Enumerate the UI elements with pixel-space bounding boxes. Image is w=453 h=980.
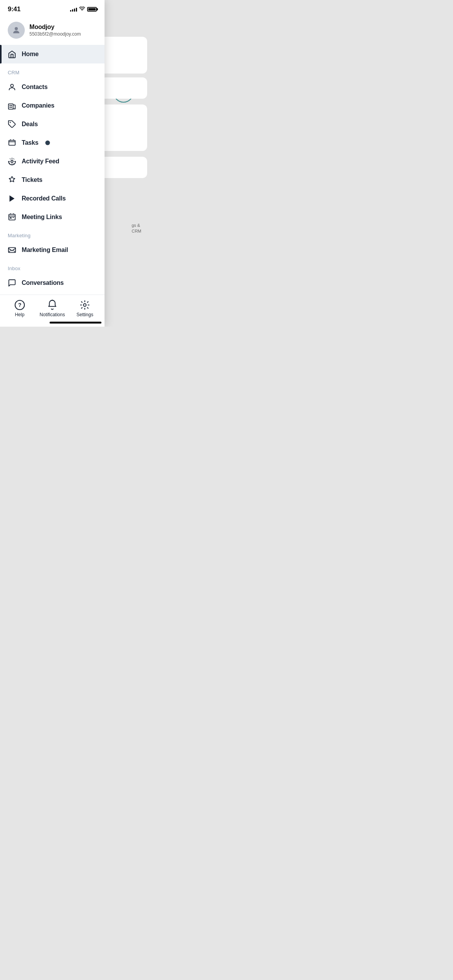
help-icon: ? — [14, 300, 25, 310]
svg-rect-9 — [9, 140, 15, 146]
bottom-bar-settings[interactable]: Settings — [73, 300, 96, 317]
svg-rect-12 — [9, 214, 15, 220]
svg-point-10 — [11, 160, 13, 163]
svg-rect-7 — [11, 107, 12, 108]
recorded-calls-icon — [8, 194, 16, 203]
sidebar-item-recorded-calls-label: Recorded Calls — [22, 195, 66, 202]
svg-text:?: ? — [18, 302, 21, 308]
meeting-links-icon — [8, 213, 16, 221]
svg-rect-4 — [10, 105, 11, 106]
home-indicator — [50, 322, 101, 324]
sidebar-item-meeting-links[interactable]: Meeting Links — [0, 208, 105, 226]
sidebar-item-marketing-email[interactable]: Marketing Email — [0, 241, 105, 259]
conversations-icon — [8, 279, 16, 287]
marketing-email-icon — [8, 246, 16, 254]
svg-point-19 — [84, 304, 86, 307]
sidebar-item-companies[interactable]: Companies — [0, 96, 105, 115]
wifi-icon — [79, 7, 85, 12]
contacts-icon — [8, 83, 16, 91]
sidebar-item-recorded-calls[interactable]: Recorded Calls — [0, 189, 105, 208]
battery-icon — [87, 7, 97, 12]
svg-point-1 — [15, 27, 18, 30]
bg-text: gs & CRM — [132, 223, 141, 235]
sidebar-item-tickets-label: Tickets — [22, 176, 42, 183]
svg-rect-3 — [9, 104, 13, 109]
status-icons — [70, 7, 97, 12]
bottom-bar-notifications-label: Notifications — [39, 312, 65, 317]
sidebar-item-contacts-label: Contacts — [22, 84, 48, 91]
sidebar-item-activity-feed-label: Activity Feed — [22, 158, 59, 165]
user-profile[interactable]: Moodjoy 5503b5f2@moodjoy.com — [0, 16, 105, 45]
svg-point-8 — [10, 122, 11, 123]
svg-rect-13 — [10, 217, 12, 219]
deals-icon — [8, 120, 16, 128]
sidebar-item-tasks[interactable]: Tasks — [0, 134, 105, 152]
settings-icon — [79, 300, 90, 310]
sidebar-item-home[interactable]: Home — [0, 45, 105, 63]
bottom-bar-help-label: Help — [15, 312, 24, 317]
svg-rect-5 — [11, 105, 12, 106]
status-bar: 9:41 — [0, 0, 105, 16]
sidebar-item-tasks-label: Tasks — [22, 139, 38, 146]
companies-icon — [8, 101, 16, 110]
sidebar-drawer: 9:41 — [0, 0, 105, 327]
nav-list: Home CRM Contacts — [0, 45, 105, 295]
sidebar-item-conversations[interactable]: Conversations — [0, 274, 105, 292]
bottom-bar-settings-label: Settings — [77, 312, 93, 317]
section-header-inbox: Inbox — [0, 259, 105, 274]
user-email: 5503b5f2@moodjoy.com — [29, 31, 81, 37]
home-icon — [8, 50, 16, 58]
user-info: Moodjoy 5503b5f2@moodjoy.com — [29, 24, 81, 37]
svg-rect-6 — [10, 107, 11, 108]
svg-marker-11 — [10, 195, 15, 202]
sidebar-item-meeting-links-label: Meeting Links — [22, 214, 62, 221]
section-header-crm: CRM — [0, 63, 105, 78]
tickets-icon — [8, 176, 16, 184]
tasks-icon — [8, 139, 16, 147]
activity-feed-icon — [8, 157, 16, 166]
sidebar-item-conversations-label: Conversations — [22, 279, 64, 286]
sidebar-item-deals-label: Deals — [22, 121, 38, 128]
avatar — [8, 22, 25, 39]
section-header-marketing: Marketing — [0, 226, 105, 241]
sidebar-item-marketing-email-label: Marketing Email — [22, 247, 68, 254]
bottom-bar-notifications[interactable]: Notifications — [39, 300, 65, 317]
signal-bars-icon — [70, 7, 77, 12]
svg-point-2 — [10, 84, 13, 87]
sidebar-item-companies-label: Companies — [22, 102, 54, 109]
user-name: Moodjoy — [29, 24, 81, 31]
sidebar-item-activity-feed[interactable]: Activity Feed — [0, 152, 105, 171]
sidebar-item-contacts[interactable]: Contacts — [0, 78, 105, 96]
status-time: 9:41 — [8, 5, 21, 13]
svg-rect-14 — [12, 217, 14, 218]
bottom-bar-help[interactable]: ? Help — [8, 300, 31, 317]
notifications-icon — [47, 300, 58, 310]
sidebar-item-deals[interactable]: Deals — [0, 115, 105, 134]
svg-rect-18 — [52, 300, 53, 301]
sidebar-item-tickets[interactable]: Tickets — [0, 171, 105, 189]
tasks-badge — [45, 140, 50, 145]
sidebar-item-home-label: Home — [22, 51, 39, 58]
